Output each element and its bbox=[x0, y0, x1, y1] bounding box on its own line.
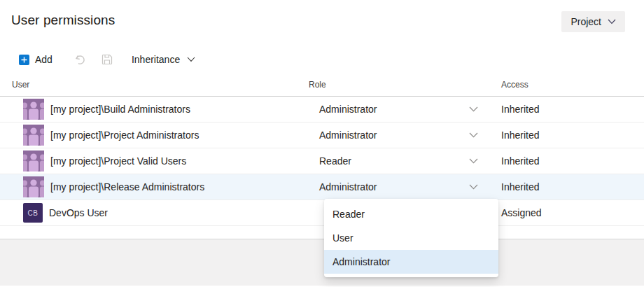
chevron-down-icon bbox=[469, 132, 478, 138]
role-option-reader[interactable]: Reader bbox=[324, 202, 498, 226]
chevron-down-icon bbox=[469, 158, 478, 164]
role-option-user[interactable]: User bbox=[324, 226, 498, 250]
user-name: [my project]\Build Administrators bbox=[50, 104, 190, 115]
group-avatar-icon bbox=[23, 150, 44, 172]
access-value: Inherited bbox=[501, 104, 632, 115]
user-initials-avatar: CB bbox=[23, 203, 43, 223]
user-name: [my project]\Project Valid Users bbox=[50, 155, 186, 167]
role-value: Administrator bbox=[319, 104, 377, 115]
table-row[interactable]: CB DevOps User Assigned bbox=[0, 200, 644, 226]
user-name: [my project]\Release Administrators bbox=[50, 181, 204, 192]
scope-dropdown-button[interactable]: Project bbox=[561, 11, 625, 32]
access-value: Inherited bbox=[501, 130, 632, 141]
column-header-access: Access bbox=[501, 80, 632, 90]
add-button[interactable]: Add bbox=[19, 54, 52, 65]
column-header-user: User bbox=[0, 80, 309, 90]
role-dropdown-flyout: Reader User Administrator bbox=[324, 199, 498, 277]
chevron-down-icon bbox=[187, 57, 195, 62]
inheritance-button[interactable]: Inheritance bbox=[132, 54, 195, 65]
save-icon[interactable] bbox=[102, 54, 113, 65]
user-permissions-panel: User permissions Project Add bbox=[0, 0, 644, 287]
access-value: Inherited bbox=[501, 181, 632, 192]
toolbar: Add Inheritance bbox=[19, 50, 644, 69]
user-cell: [my project]\Project Valid Users bbox=[0, 150, 309, 172]
permissions-table: User Role Access [my project]\Build Admi… bbox=[0, 73, 644, 286]
table-row[interactable]: [my project]\Release Administrators Admi… bbox=[0, 174, 644, 200]
role-value: Administrator bbox=[319, 181, 377, 192]
group-avatar-icon bbox=[23, 99, 44, 120]
table-row[interactable]: [my project]\Build Administrators Admini… bbox=[0, 97, 644, 122]
panel-header: User permissions Project bbox=[0, 0, 644, 42]
table-header-row: User Role Access bbox=[0, 73, 644, 97]
role-dropdown[interactable]: Administrator bbox=[309, 97, 501, 122]
table-row[interactable]: [my project]\Project Administrators Admi… bbox=[0, 122, 644, 148]
access-value: Assigned bbox=[501, 207, 632, 218]
role-value: Administrator bbox=[319, 130, 377, 141]
add-plus-icon bbox=[19, 55, 29, 65]
user-name: [my project]\Project Administrators bbox=[50, 130, 199, 141]
role-option-administrator[interactable]: Administrator bbox=[324, 250, 498, 274]
column-header-role: Role bbox=[309, 80, 501, 90]
chevron-down-icon bbox=[469, 106, 478, 112]
group-avatar-icon bbox=[23, 176, 44, 197]
user-name: DevOps User bbox=[49, 207, 108, 218]
role-dropdown[interactable]: Administrator bbox=[309, 174, 501, 200]
access-value: Inherited bbox=[501, 155, 632, 167]
chevron-down-icon bbox=[469, 184, 478, 190]
inheritance-button-label: Inheritance bbox=[132, 54, 180, 65]
role-dropdown[interactable]: Administrator bbox=[309, 122, 501, 148]
user-cell: [my project]\Project Administrators bbox=[0, 125, 309, 146]
scope-dropdown-label: Project bbox=[570, 16, 601, 27]
page-background-band bbox=[0, 239, 644, 286]
role-dropdown[interactable]: Reader bbox=[309, 148, 501, 174]
table-row[interactable]: [my project]\Project Valid Users Reader … bbox=[0, 148, 644, 174]
chevron-down-icon bbox=[608, 19, 616, 24]
add-button-label: Add bbox=[35, 54, 52, 65]
table-bottom-edge bbox=[0, 226, 644, 239]
role-value: Reader bbox=[319, 155, 351, 167]
user-cell: [my project]\Build Administrators bbox=[0, 99, 309, 120]
user-cell: [my project]\Release Administrators bbox=[0, 176, 309, 197]
user-cell: CB DevOps User bbox=[0, 203, 309, 223]
page-title: User permissions bbox=[11, 11, 115, 28]
undo-icon[interactable] bbox=[74, 54, 85, 66]
group-avatar-icon bbox=[23, 125, 44, 146]
